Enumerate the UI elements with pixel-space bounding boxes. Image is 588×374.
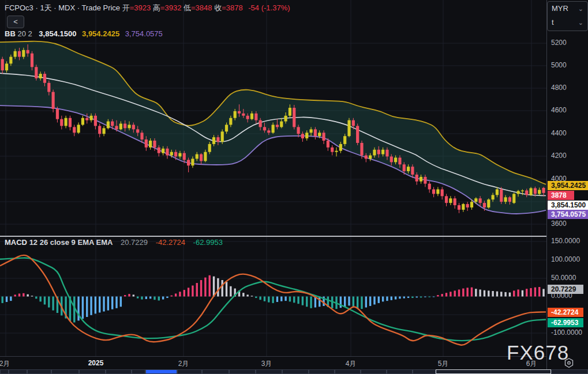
macd-histogram-bar bbox=[95, 297, 96, 314]
macd-histogram-bar bbox=[475, 289, 477, 296]
macd-histogram-bar bbox=[149, 297, 151, 299]
watermark: FX678 bbox=[507, 341, 569, 364]
symbol-title[interactable]: FCPOc3 · 1天 · MDX · Trade Price bbox=[5, 3, 120, 12]
currency-selector[interactable]: MYR ⌄ bbox=[548, 2, 587, 16]
candle-body bbox=[174, 152, 177, 157]
macd-histogram-bar bbox=[504, 292, 506, 297]
strip-segment bbox=[177, 369, 202, 374]
chevron-down-icon: ⌄ bbox=[578, 2, 583, 16]
macd-histogram-bar bbox=[192, 285, 193, 296]
macd-histogram-bar bbox=[280, 297, 282, 301]
macd-histogram-bar bbox=[162, 297, 164, 300]
macd-histogram-bar bbox=[310, 297, 312, 308]
symbol-legend: FCPOc3 · 1天 · MDX · Trade Price 开=3923 高… bbox=[5, 3, 290, 13]
macd-histogram-bar bbox=[268, 297, 269, 303]
macd-histogram-bar bbox=[251, 296, 253, 296]
time-scale[interactable]: 12月20252月3月4月5月6月 bbox=[0, 357, 588, 369]
price-scale[interactable]: 52005000480046004400420040003600150.0000… bbox=[546, 0, 588, 369]
candle-body bbox=[343, 136, 346, 144]
candle-body bbox=[398, 158, 401, 165]
macd-histogram-bar bbox=[77, 297, 79, 321]
bb-upper-value: 3,954.2425 bbox=[82, 29, 119, 38]
pane-separator[interactable] bbox=[0, 236, 588, 237]
ohlc-label: 开 bbox=[122, 3, 130, 12]
ohlc-value: =3848 bbox=[191, 3, 212, 12]
strip-segment bbox=[145, 369, 177, 374]
macd-histogram-bar bbox=[255, 297, 257, 299]
candle-body bbox=[534, 188, 537, 194]
ohlc-value: =3932 bbox=[160, 3, 182, 12]
candle-body bbox=[327, 141, 329, 148]
macd-histogram-bar bbox=[353, 297, 354, 307]
candle-body bbox=[52, 92, 55, 109]
candle-body bbox=[39, 74, 42, 78]
candle-body bbox=[284, 116, 287, 122]
candle-body bbox=[492, 195, 495, 199]
strip-segment bbox=[436, 369, 551, 374]
macd-histogram-bar bbox=[369, 297, 371, 306]
price-label-chip: -42.2724 bbox=[548, 308, 583, 317]
candle-body bbox=[170, 152, 173, 156]
axis-tick-label: -100.0000 bbox=[551, 328, 582, 337]
strip-segment bbox=[229, 369, 256, 374]
price-label-chip: 3,754.0575 bbox=[548, 210, 588, 219]
macd-histogram-bar bbox=[2, 297, 3, 303]
macd-histogram-bar bbox=[462, 289, 464, 297]
macd-histogram-bar bbox=[246, 294, 248, 296]
macd-histogram-bar bbox=[217, 278, 219, 297]
macd-histogram-bar bbox=[145, 297, 147, 299]
candle-body bbox=[381, 150, 384, 154]
candle-body bbox=[280, 122, 283, 127]
axis-tick-label: 3600 bbox=[551, 220, 567, 228]
macd-histogram-bar bbox=[496, 292, 498, 297]
back-button[interactable]: < bbox=[7, 16, 24, 28]
candle-body bbox=[9, 57, 12, 64]
candle-body bbox=[242, 114, 245, 116]
macd-histogram-bar bbox=[399, 297, 400, 299]
macd-histogram-bar bbox=[441, 294, 443, 296]
candle-body bbox=[394, 158, 397, 163]
macd-histogram-bar bbox=[458, 289, 460, 296]
change-value: -54 (-1.37%) bbox=[248, 3, 290, 12]
candle-body bbox=[314, 129, 317, 136]
macd-histogram-bar bbox=[111, 297, 113, 309]
currency-label: MYR bbox=[552, 2, 568, 16]
macd-histogram-bar bbox=[141, 297, 143, 300]
strip-segment bbox=[551, 369, 588, 374]
thumbnail-strip bbox=[0, 369, 588, 374]
strip-segment bbox=[27, 369, 51, 374]
candle-body bbox=[254, 114, 257, 120]
candle-body bbox=[60, 119, 63, 126]
macd-histogram-bar bbox=[52, 297, 54, 311]
candle-body bbox=[27, 50, 29, 54]
candle-body bbox=[512, 194, 515, 203]
macd-histogram-bar bbox=[226, 282, 227, 296]
macd-pane[interactable] bbox=[0, 237, 546, 357]
candle-body bbox=[216, 137, 219, 142]
macd-histogram-bar bbox=[454, 290, 455, 296]
macd-histogram-bar bbox=[466, 288, 468, 296]
bb-legend[interactable]: BB 20 2 3,854.1500 3,954.2425 3,754.0575 bbox=[5, 29, 163, 38]
candle-body bbox=[212, 137, 215, 144]
axis-tick-label: 100.0000 bbox=[551, 255, 580, 263]
ohlc-value: =3923 bbox=[130, 3, 151, 12]
scale-selector-box: MYR ⌄ t ⌄ bbox=[547, 1, 588, 31]
candle-body bbox=[183, 153, 186, 160]
macd-histogram-bar bbox=[289, 297, 291, 302]
candle-body bbox=[508, 197, 511, 202]
macd-chart[interactable] bbox=[0, 237, 546, 357]
macd-histogram-bar bbox=[171, 296, 173, 297]
macd-legend[interactable]: MACD 12 26 close 9 EMA EMA 20.7229 -42.2… bbox=[5, 238, 223, 247]
axis-tick-label: 5200 bbox=[551, 39, 567, 47]
candle-body bbox=[516, 191, 519, 194]
ohlc-label: 高 bbox=[151, 3, 160, 12]
unit-selector[interactable]: t ⌄ bbox=[548, 16, 587, 29]
strip-segment bbox=[132, 369, 145, 374]
time-tick-label: 2月 bbox=[178, 359, 189, 369]
macd-histogram-bar bbox=[340, 297, 342, 308]
candle-body bbox=[81, 118, 84, 125]
macd-histogram-bar bbox=[18, 293, 20, 296]
macd-histogram-bar bbox=[209, 275, 211, 297]
candle-body bbox=[18, 51, 21, 57]
candle-body bbox=[128, 125, 130, 129]
